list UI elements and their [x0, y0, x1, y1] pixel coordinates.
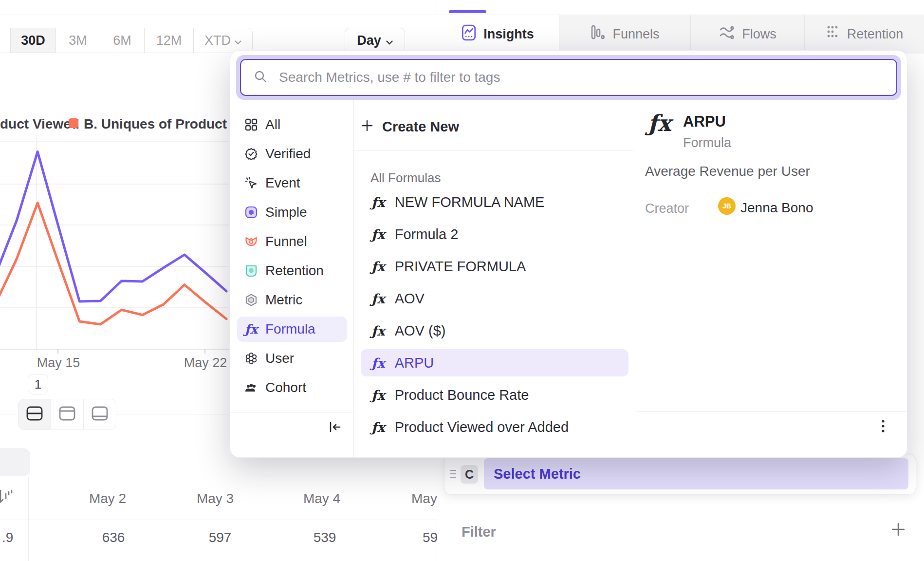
formula-fx-icon: ƒx	[245, 323, 258, 336]
formula-row[interactable]: ƒxProduct Viewed over Added	[361, 413, 628, 441]
drag-handle-icon[interactable]	[450, 468, 457, 481]
table-header: May 4	[288, 491, 356, 506]
user-cluster-icon	[245, 352, 258, 365]
formula-row[interactable]: ƒxProduct Bounce Rate	[361, 381, 628, 409]
funnels-icon	[591, 25, 605, 44]
verified-badge-icon	[245, 148, 258, 160]
clause-letter-badge: C	[461, 465, 478, 484]
search-input[interactable]	[278, 69, 896, 86]
flows-icon	[719, 26, 735, 43]
avatar: JB	[718, 197, 736, 215]
chevron-down-icon	[386, 33, 393, 48]
legend-swatch-b	[69, 118, 78, 128]
tab-flows[interactable]: Flows	[690, 15, 805, 54]
creator-name: Jenna Bono	[740, 200, 813, 216]
fx-icon: ƒx	[371, 355, 385, 371]
range-button-3m[interactable]: 3M	[56, 28, 100, 53]
legend-item-a[interactable]: duct Viewed	[0, 116, 79, 132]
layout-bottom-icon	[92, 406, 108, 423]
category-user[interactable]: User	[237, 346, 347, 371]
layout-top-icon	[59, 406, 75, 423]
simple-board-icon	[245, 206, 258, 219]
insights-icon	[462, 24, 476, 44]
table-cell: 539	[291, 530, 359, 545]
plus-icon	[361, 119, 373, 134]
layout-bottom-button[interactable]	[84, 399, 116, 430]
detail-title: ARPU	[683, 113, 726, 131]
table-row-divider	[0, 553, 437, 553]
metric-hexagon-icon	[245, 294, 258, 306]
range-button-xtd[interactable]: XTD	[194, 28, 252, 53]
granularity-dropdown[interactable]: Day	[345, 28, 405, 53]
chart-svg	[0, 138, 229, 358]
chart-gridlines	[0, 138, 229, 354]
fx-icon: ƒx	[371, 227, 385, 242]
tab-funnels[interactable]: Funnels	[559, 15, 691, 54]
category-all[interactable]: All	[237, 112, 347, 137]
x-tick-may15: May 15	[29, 355, 88, 371]
table-cell: .9	[2, 530, 23, 545]
fx-icon: ƒx	[371, 195, 385, 210]
cursor-spark-icon	[245, 177, 258, 189]
tab-label: Funnels	[612, 27, 659, 42]
range-button-partial[interactable]	[0, 28, 11, 53]
x-tick-may22: May 22	[176, 355, 235, 371]
category-cohort[interactable]: Cohort	[237, 375, 347, 400]
chevron-down-icon	[235, 33, 241, 48]
time-range-group: 30D 3M 6M 12M XTD	[0, 28, 253, 53]
category-funnel[interactable]: Funnel	[237, 229, 347, 254]
metric-picker-modal: All Verified Event Simple Funnel Retenti…	[230, 50, 907, 458]
chart-series	[0, 152, 226, 324]
tab-label: Insights	[483, 27, 534, 42]
table-header: May 3	[181, 491, 249, 506]
series-chip[interactable]	[0, 448, 30, 476]
layout-top-button[interactable]	[51, 399, 84, 430]
category-formula[interactable]: ƒx Formula	[237, 317, 347, 342]
formula-row[interactable]: ƒxAOV	[361, 285, 628, 312]
collapse-sidebar-button[interactable]	[328, 420, 342, 436]
formula-row[interactable]: ƒxPRIVATE FORMULA	[361, 253, 628, 280]
category-metric[interactable]: Metric	[237, 287, 347, 313]
range-button-12m[interactable]: 12M	[145, 28, 194, 53]
category-verified[interactable]: Verified	[237, 141, 347, 167]
detail-divider	[636, 100, 636, 461]
add-filter-button[interactable]	[891, 522, 906, 539]
active-tab-indicator	[449, 10, 486, 13]
select-metric-button[interactable]: Select Metric	[484, 458, 908, 489]
app: Insights Funnels Flows Retention 30D 3M …	[0, 0, 924, 561]
formula-row[interactable]: ƒxNEW FORMULA NAME	[361, 188, 628, 216]
fx-icon: ƒx	[371, 323, 385, 338]
range-button-6m[interactable]: 6M	[100, 28, 145, 53]
fx-icon: ƒx	[371, 420, 385, 435]
formula-row[interactable]: ƒxFormula 2	[361, 221, 628, 248]
creator-label: Creator	[645, 201, 689, 216]
formula-row-selected[interactable]: ƒxARPU	[361, 349, 628, 376]
tab-insights[interactable]: Insights	[437, 15, 559, 54]
detail-footer-divider	[636, 411, 907, 411]
tab-retention[interactable]: Retention	[804, 15, 924, 54]
sort-icon[interactable]	[0, 488, 14, 507]
search-box	[240, 59, 897, 96]
retention-board-icon	[245, 264, 258, 277]
range-button-30d[interactable]: 30D	[11, 28, 56, 53]
create-new-button[interactable]: Create New	[361, 113, 624, 140]
fx-icon: ƒx	[371, 259, 385, 274]
kebab-menu-icon[interactable]	[881, 419, 886, 438]
layout-split-button[interactable]	[18, 399, 51, 430]
layout-toggle-group	[18, 399, 116, 430]
fx-icon: ƒx	[371, 388, 385, 403]
table-col-divider	[28, 477, 29, 561]
cohort-people-icon	[245, 381, 258, 394]
table-cell: 636	[79, 530, 148, 545]
category-retention[interactable]: Retention	[237, 258, 347, 283]
category-event[interactable]: Event	[237, 170, 347, 196]
funnel-wings-icon	[245, 235, 258, 248]
fx-icon-large: ƒx	[648, 110, 671, 136]
table-header: May 2	[74, 491, 142, 506]
create-divider	[353, 150, 634, 150]
formula-row[interactable]: ƒxAOV ($)	[361, 317, 628, 344]
detail-description: Average Revenue per User	[645, 164, 810, 179]
category-simple[interactable]: Simple	[237, 200, 347, 225]
table-row-divider	[0, 520, 437, 520]
page-button[interactable]: 1	[28, 374, 48, 394]
